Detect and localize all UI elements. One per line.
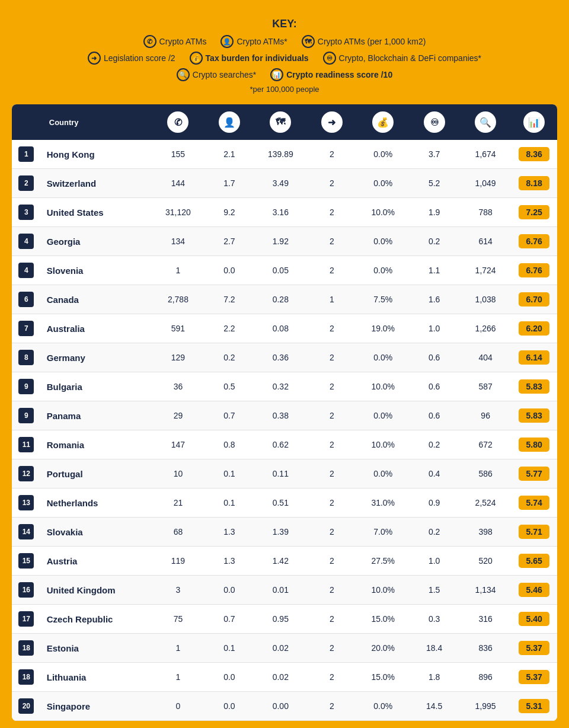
cell-density: 0.32 xyxy=(255,372,306,401)
cell-searches: 520 xyxy=(460,547,511,576)
table-row: 18 Estonia 1 0.1 0.02 2 20.0% 18.4 836 5… xyxy=(12,634,557,663)
rank-badge: 4 xyxy=(18,234,34,249)
table-row: 9 Panama 29 0.7 0.38 2 0.0% 0.6 96 5.83 xyxy=(12,401,557,430)
cell-atms: 147 xyxy=(152,430,203,459)
table-header-row: Country ✆ 👤 🗺 ➜ 💰 ♾ xyxy=(12,104,557,140)
cell-atms: 3 xyxy=(152,576,203,605)
cell-atms: 1 xyxy=(152,256,203,285)
key-item-score: 📊 Crypto readiness score /10 xyxy=(270,68,392,81)
cell-atms-per: 0.1 xyxy=(204,459,255,488)
cell-tax: 0.0% xyxy=(357,140,408,169)
cell-rank: 20 xyxy=(12,692,41,721)
score-badge: 6.76 xyxy=(519,234,549,248)
cell-legislation: 2 xyxy=(306,372,357,401)
cell-legislation: 1 xyxy=(306,285,357,314)
cell-score: 6.70 xyxy=(511,285,557,314)
cell-score: 5.71 xyxy=(511,518,557,547)
th-arrow-icon: ➜ xyxy=(321,111,343,133)
cell-rank: 3 xyxy=(12,198,41,227)
cell-density: 0.11 xyxy=(255,459,306,488)
cell-legislation: 2 xyxy=(306,169,357,198)
cell-density: 139.89 xyxy=(255,140,306,169)
rank-badge: 2 xyxy=(18,175,34,191)
cell-rank: 4 xyxy=(12,256,41,285)
cell-atms: 10 xyxy=(152,459,203,488)
table-row: 12 Portugal 10 0.1 0.11 2 0.0% 0.4 586 5… xyxy=(12,459,557,488)
cell-tax: 0.0% xyxy=(357,343,408,372)
cell-atms: 21 xyxy=(152,488,203,518)
key-title: KEY: xyxy=(12,18,557,30)
cell-companies: 0.6 xyxy=(408,343,459,372)
cell-atms: 0 xyxy=(152,692,203,721)
cell-searches: 404 xyxy=(460,343,511,372)
score-badge: 5.40 xyxy=(519,612,549,626)
score-badge: 5.46 xyxy=(519,583,549,597)
cell-tax: 31.0% xyxy=(357,488,408,518)
table-row: 16 United Kingdom 3 0.0 0.01 2 10.0% 1.5… xyxy=(12,576,557,605)
cell-legislation: 2 xyxy=(306,488,357,518)
cell-companies: 0.2 xyxy=(408,518,459,547)
key-row-3: 🔍 Crypto searches* 📊 Crypto readiness sc… xyxy=(12,68,557,81)
cell-searches: 614 xyxy=(460,227,511,256)
cell-tax: 15.0% xyxy=(357,663,408,692)
key-label-score: Crypto readiness score /10 xyxy=(286,70,392,79)
cell-atms-per: 1.7 xyxy=(204,169,255,198)
rank-badge: 9 xyxy=(18,379,34,394)
cell-companies: 0.3 xyxy=(408,605,459,634)
cell-atms: 129 xyxy=(152,343,203,372)
cell-atms: 134 xyxy=(152,227,203,256)
cell-tax: 0.0% xyxy=(357,256,408,285)
key-label-companies: Crypto, Blockchain & DeFi companies* xyxy=(339,53,481,63)
cell-density: 0.51 xyxy=(255,488,306,518)
cell-companies: 14.5 xyxy=(408,692,459,721)
th-tax: 💰 xyxy=(357,104,408,140)
cell-atms-per: 0.7 xyxy=(204,401,255,430)
cell-searches: 316 xyxy=(460,605,511,634)
key-note: *per 100,000 people xyxy=(12,85,557,94)
cell-searches: 586 xyxy=(460,459,511,488)
cell-score: 5.31 xyxy=(511,692,557,721)
search-icon: 🔍 xyxy=(177,68,190,81)
cell-country: Austria xyxy=(41,547,152,576)
cell-companies: 0.6 xyxy=(408,401,459,430)
cell-atms: 144 xyxy=(152,169,203,198)
rank-badge: 11 xyxy=(18,437,34,452)
cell-tax: 10.0% xyxy=(357,430,408,459)
cell-country: Panama xyxy=(41,401,152,430)
score-badge: 5.80 xyxy=(519,438,549,452)
score-badge: 6.70 xyxy=(519,292,549,306)
cell-rank: 8 xyxy=(12,343,41,372)
cell-density: 1.39 xyxy=(255,518,306,547)
cell-legislation: 2 xyxy=(306,430,357,459)
cell-country: Estonia xyxy=(41,634,152,663)
table-row: 3 United States 31,120 9.2 3.16 2 10.0% … xyxy=(12,198,557,227)
key-label-atms-per: Crypto ATMs* xyxy=(236,37,287,46)
main-table-container: Country ✆ 👤 🗺 ➜ 💰 ♾ xyxy=(12,104,557,721)
rank-badge: 16 xyxy=(18,582,34,598)
coin-icon: 💰 xyxy=(190,52,203,65)
cell-companies: 1.8 xyxy=(408,663,459,692)
th-companies: ♾ xyxy=(408,104,459,140)
key-item-atms: ✆ Crypto ATMs xyxy=(143,35,207,48)
arrow-icon: ➜ xyxy=(88,52,101,65)
cell-score: 5.37 xyxy=(511,634,557,663)
cell-country: Germany xyxy=(41,343,152,372)
cell-rank: 18 xyxy=(12,663,41,692)
key-label-searches: Crypto searches* xyxy=(193,70,256,79)
table-row: 9 Bulgaria 36 0.5 0.32 2 10.0% 0.6 587 5… xyxy=(12,372,557,401)
cell-country: United States xyxy=(41,198,152,227)
table-row: 13 Netherlands 21 0.1 0.51 2 31.0% 0.9 2… xyxy=(12,488,557,518)
cell-companies: 1.0 xyxy=(408,547,459,576)
cell-legislation: 2 xyxy=(306,692,357,721)
cell-legislation: 2 xyxy=(306,518,357,547)
cell-searches: 1,674 xyxy=(460,140,511,169)
cell-score: 5.40 xyxy=(511,605,557,634)
cell-tax: 20.0% xyxy=(357,634,408,663)
rank-badge: 13 xyxy=(18,495,34,510)
cell-rank: 11 xyxy=(12,430,41,459)
cell-searches: 1,995 xyxy=(460,692,511,721)
rank-badge: 14 xyxy=(18,524,34,539)
cell-legislation: 2 xyxy=(306,256,357,285)
cell-atms: 29 xyxy=(152,401,203,430)
cell-atms-per: 0.0 xyxy=(204,576,255,605)
